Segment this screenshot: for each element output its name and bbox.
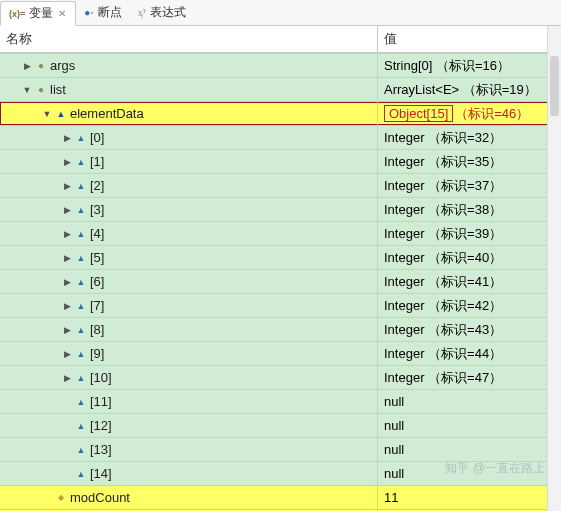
tree-row[interactable]: ▶▲[10]Integer （标识=47） — [0, 365, 561, 389]
expander-closed-icon[interactable]: ▶ — [60, 301, 74, 311]
variable-name: list — [48, 82, 66, 97]
variable-name: [1] — [88, 154, 104, 169]
tree-row[interactable]: ▲[11]null — [0, 389, 561, 413]
value-cell: 11 — [378, 486, 561, 509]
tab-expressions[interactable]: ᶍʸ 表达式 — [130, 0, 194, 25]
tree-row[interactable]: ▶▲[8]Integer （标识=43） — [0, 317, 561, 341]
close-icon[interactable]: ✕ — [57, 9, 67, 19]
value-cell: null — [378, 438, 561, 461]
tree-row[interactable]: ▶▲[4]Integer （标识=39） — [0, 221, 561, 245]
variable-name: elementData — [68, 106, 144, 121]
tree-row[interactable]: ▶▲[0]Integer （标识=32） — [0, 125, 561, 149]
expander-closed-icon[interactable]: ▶ — [60, 325, 74, 335]
column-header-value[interactable]: 值 — [378, 26, 561, 52]
expander-closed-icon[interactable]: ▶ — [20, 61, 34, 71]
tab-expressions-label: 表达式 — [150, 4, 186, 21]
expander-open-icon[interactable]: ▼ — [20, 85, 34, 95]
tab-variables[interactable]: (x)= 变量 ✕ — [0, 1, 76, 26]
tree-row[interactable]: ▶▲[9]Integer （标识=44） — [0, 341, 561, 365]
tree-row[interactable]: ▶▲[3]Integer （标识=38） — [0, 197, 561, 221]
column-header-name[interactable]: 名称 — [0, 26, 378, 52]
variable-name: [13] — [88, 442, 112, 457]
field-triangle-icon: ▲ — [74, 277, 88, 287]
tree-row[interactable]: ◆modCount11 — [0, 485, 561, 509]
variable-name: [7] — [88, 298, 104, 313]
tree-row[interactable]: ▶●argsString[0] （标识=16） — [0, 53, 561, 77]
field-triangle-icon: ▲ — [54, 109, 68, 119]
expander-closed-icon[interactable]: ▶ — [60, 229, 74, 239]
name-cell: ▼●list — [0, 78, 378, 101]
value-cell: null — [378, 390, 561, 413]
value-cell: Integer （标识=41） — [378, 270, 561, 293]
value-cell: null — [378, 414, 561, 437]
variable-name: [2] — [88, 178, 104, 193]
expander-closed-icon[interactable]: ▶ — [60, 133, 74, 143]
variable-name: [9] — [88, 346, 104, 361]
field-triangle-icon: ▲ — [74, 469, 88, 479]
value-cell: Integer （标识=35） — [378, 150, 561, 173]
value-cell: Integer （标识=37） — [378, 174, 561, 197]
name-cell: ◆modCount — [0, 486, 378, 509]
field-triangle-icon: ▲ — [74, 157, 88, 167]
variable-value: String[0] （标识=16） — [384, 57, 510, 75]
value-cell: Integer （标识=43） — [378, 318, 561, 341]
variable-name: [10] — [88, 370, 112, 385]
field-triangle-icon: ▲ — [74, 349, 88, 359]
variable-value: Integer （标识=39） — [384, 225, 502, 243]
expressions-icon: ᶍʸ — [138, 7, 146, 19]
expander-closed-icon[interactable]: ▶ — [60, 373, 74, 383]
name-cell: ▲[12] — [0, 414, 378, 437]
variable-value: Integer （标识=38） — [384, 201, 502, 219]
expander-closed-icon[interactable]: ▶ — [60, 181, 74, 191]
expander-open-icon[interactable]: ▼ — [40, 109, 54, 119]
variable-value: Integer （标识=43） — [384, 321, 502, 339]
value-cell: Integer （标识=40） — [378, 246, 561, 269]
value-cell: Integer （标识=44） — [378, 342, 561, 365]
field-circle-icon: ● — [34, 60, 48, 71]
variable-name: [4] — [88, 226, 104, 241]
name-cell: ▲[14] — [0, 462, 378, 485]
variable-value: null — [384, 466, 404, 481]
variable-value-tail: （标识=46） — [455, 105, 529, 123]
name-cell: ▶▲[9] — [0, 342, 378, 365]
name-cell: ▶▲[6] — [0, 270, 378, 293]
variable-value: Integer （标识=37） — [384, 177, 502, 195]
expander-closed-icon[interactable]: ▶ — [60, 349, 74, 359]
expander-closed-icon[interactable]: ▶ — [60, 253, 74, 263]
variable-value: Integer （标识=47） — [384, 369, 502, 387]
tree-row[interactable]: ▲[12]null — [0, 413, 561, 437]
tree-row[interactable]: ▼▲elementDataObject[15]（标识=46） — [0, 101, 561, 125]
tree-row[interactable]: ▼●listArrayList<E> （标识=19） — [0, 77, 561, 101]
tree-row[interactable]: ▶▲[7]Integer （标识=42） — [0, 293, 561, 317]
field-triangle-icon: ▲ — [74, 181, 88, 191]
field-triangle-icon: ▲ — [74, 445, 88, 455]
variable-value: Integer （标识=44） — [384, 345, 502, 363]
value-cell: Integer （标识=42） — [378, 294, 561, 317]
tab-bar: (x)= 变量 ✕ ●◦ 断点 ᶍʸ 表达式 — [0, 0, 561, 26]
column-header: 名称 值 — [0, 26, 561, 53]
value-cell: Integer （标识=39） — [378, 222, 561, 245]
variable-name: [5] — [88, 250, 104, 265]
variable-value: null — [384, 418, 404, 433]
tree-row[interactable]: ▶▲[1]Integer （标识=35） — [0, 149, 561, 173]
expander-closed-icon[interactable]: ▶ — [60, 157, 74, 167]
expander-closed-icon[interactable]: ▶ — [60, 205, 74, 215]
name-cell: ▶▲[8] — [0, 318, 378, 341]
tree-row[interactable]: ▶▲[2]Integer （标识=37） — [0, 173, 561, 197]
tree-row[interactable]: ▲[13]null — [0, 437, 561, 461]
variable-value: Integer （标识=42） — [384, 297, 502, 315]
value-cell: Integer （标识=32） — [378, 126, 561, 149]
tree-row[interactable]: ▶▲[5]Integer （标识=40） — [0, 245, 561, 269]
tab-variables-label: 变量 — [29, 5, 53, 22]
field-triangle-icon: ▲ — [74, 133, 88, 143]
field-diamond-icon: ◆ — [54, 493, 68, 502]
tree-row[interactable]: ▶▲[6]Integer （标识=41） — [0, 269, 561, 293]
variable-name: [12] — [88, 418, 112, 433]
name-cell: ▶▲[2] — [0, 174, 378, 197]
expander-closed-icon[interactable]: ▶ — [60, 277, 74, 287]
breakpoints-icon: ●◦ — [84, 7, 94, 18]
tab-breakpoints[interactable]: ●◦ 断点 — [76, 0, 130, 25]
value-cell: String[0] （标识=16） — [378, 54, 561, 77]
name-cell: ▲[11] — [0, 390, 378, 413]
variable-value: 11 — [384, 490, 398, 505]
